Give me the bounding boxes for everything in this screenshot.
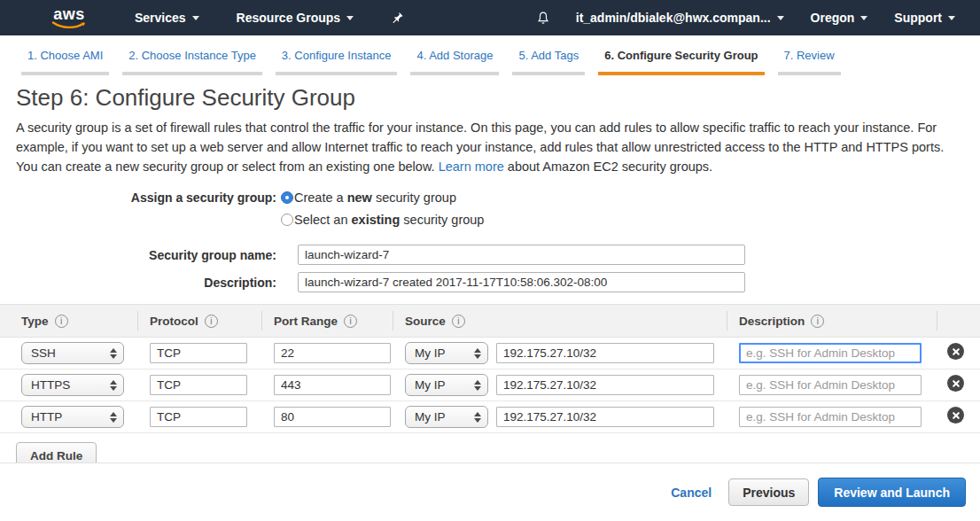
protocol-input[interactable] [150, 343, 247, 363]
type-select[interactable]: HTTPS [21, 374, 124, 396]
select-arrows-icon [110, 412, 117, 423]
group-description-row: Description: [16, 272, 964, 292]
column-header-protocol: Protocol [137, 305, 261, 337]
chevron-down-icon [860, 16, 867, 20]
column-header-description: Description [727, 305, 937, 337]
source-cidr-input[interactable] [496, 407, 714, 427]
wizard-step-tabs: 1. Choose AMI 2. Choose Instance Type 3.… [0, 35, 980, 75]
delete-rule-button[interactable] [947, 375, 964, 392]
info-icon[interactable] [205, 315, 218, 328]
select-arrows-icon [474, 348, 481, 359]
group-name-label: Security group name: [16, 248, 276, 262]
aws-logo[interactable]: aws [51, 7, 87, 29]
learn-more-link[interactable]: Learn more [439, 159, 504, 174]
source-mode-select[interactable]: My IP [405, 342, 488, 364]
chevron-down-icon [192, 16, 199, 20]
column-header-port-range: Port Range [261, 305, 393, 337]
security-group-name-input[interactable] [298, 245, 745, 265]
nav-resource-groups[interactable]: Resource Groups [237, 11, 354, 25]
type-select[interactable]: HTTP [21, 406, 124, 428]
select-arrows-icon [474, 412, 481, 423]
rule-row-http: HTTP My IP [0, 401, 980, 433]
protocol-input[interactable] [150, 375, 247, 395]
info-icon[interactable] [452, 315, 465, 328]
review-and-launch-button[interactable]: Review and Launch [818, 478, 966, 507]
select-arrows-icon [110, 380, 117, 391]
select-arrows-icon [110, 348, 117, 359]
rule-row-https: HTTPS My IP [0, 369, 980, 401]
rules-table-header: Type Protocol Port Range Source Descript… [0, 305, 980, 338]
page-content: Step 6: Configure Security Group A secur… [0, 84, 980, 292]
select-existing-row: Select an existing security group [16, 213, 964, 227]
source-mode-select[interactable]: My IP [405, 374, 488, 396]
column-header-type: Type [0, 305, 137, 337]
cancel-link[interactable]: Cancel [671, 486, 712, 500]
security-group-form: Assign a security group: Create a new se… [16, 191, 964, 292]
top-navbar: aws Services Resource Groups it_admin/db… [0, 0, 980, 35]
info-icon[interactable] [344, 315, 357, 328]
type-select[interactable]: SSH [21, 342, 124, 364]
navbar-right: it_admin/dbialek@hwx.compan... Oregon Su… [535, 10, 955, 27]
rule-row-ssh: SSH My IP [0, 338, 980, 369]
tab-choose-instance-type[interactable]: 2. Choose Instance Type [122, 49, 262, 75]
chevron-down-icon [948, 16, 955, 20]
aws-smile-icon [51, 21, 87, 29]
tab-configure-security-group[interactable]: 6. Configure Security Group [598, 49, 764, 75]
tab-add-storage[interactable]: 4. Add Storage [410, 49, 499, 75]
source-cidr-input[interactable] [496, 375, 714, 395]
chevron-down-icon [777, 16, 784, 20]
port-range-input[interactable] [274, 343, 391, 363]
info-icon[interactable] [811, 315, 824, 328]
chevron-down-icon [346, 16, 354, 20]
tab-add-tags[interactable]: 5. Add Tags [512, 49, 585, 75]
previous-button[interactable]: Previous [728, 478, 809, 506]
security-group-description-input[interactable] [298, 272, 745, 292]
bell-icon[interactable] [535, 10, 551, 27]
delete-rule-button[interactable] [947, 343, 964, 360]
nav-user-menu[interactable]: it_admin/dbialek@hwx.compan... [576, 11, 784, 25]
tab-review[interactable]: 7. Review [778, 49, 841, 75]
delete-rule-button[interactable] [947, 407, 964, 424]
radio-create-new-label[interactable]: Create a new security group [294, 191, 456, 205]
source-mode-select[interactable]: My IP [405, 406, 488, 428]
tab-configure-instance[interactable]: 3. Configure Instance [276, 49, 398, 75]
select-arrows-icon [474, 380, 481, 391]
column-header-actions [937, 305, 980, 337]
nav-support-menu[interactable]: Support [894, 11, 955, 25]
rule-description-input[interactable] [739, 375, 922, 395]
info-icon[interactable] [55, 315, 68, 328]
assign-group-row: Assign a security group: Create a new se… [16, 191, 964, 205]
wizard-footer: Cancel Previous Review and Launch [0, 463, 980, 521]
tab-choose-ami[interactable]: 1. Choose AMI [21, 49, 109, 75]
nav-services[interactable]: Services [135, 11, 199, 25]
radio-select-existing-group[interactable] [281, 214, 293, 226]
rule-description-input[interactable] [739, 343, 922, 363]
radio-select-existing-label[interactable]: Select an existing security group [294, 213, 484, 227]
nav-region-menu[interactable]: Oregon [811, 11, 868, 25]
column-header-source: Source [393, 305, 727, 337]
aws-logo-text: aws [53, 7, 85, 21]
source-cidr-input[interactable] [496, 343, 714, 363]
assign-group-label: Assign a security group: [16, 191, 276, 205]
pin-icon[interactable] [391, 11, 404, 25]
page-title: Step 6: Configure Security Group [16, 84, 964, 112]
port-range-input[interactable] [274, 375, 391, 395]
protocol-input[interactable] [150, 407, 247, 427]
inbound-rules-table: Type Protocol Port Range Source Descript… [0, 304, 980, 433]
group-name-row: Security group name: [16, 245, 964, 265]
port-range-input[interactable] [274, 407, 391, 427]
rule-description-input[interactable] [739, 407, 922, 427]
page-intro: A security group is a set of firewall ru… [16, 118, 964, 176]
group-description-label: Description: [16, 276, 276, 290]
radio-create-new-group[interactable] [281, 191, 293, 204]
